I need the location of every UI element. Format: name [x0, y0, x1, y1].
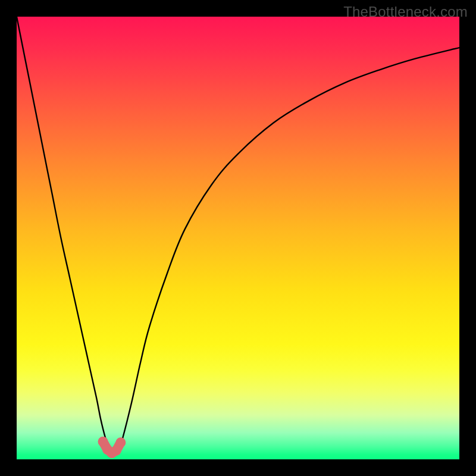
- minimum-markers: [98, 437, 126, 458]
- bottleneck-curve-path: [17, 17, 459, 455]
- chart-frame: TheBottleneck.com: [0, 0, 476, 476]
- minimum-marker-dot: [115, 437, 126, 447]
- watermark-text: TheBottleneck.com: [343, 4, 468, 20]
- plot-area: [17, 17, 459, 459]
- bottleneck-curve-svg: [17, 17, 459, 459]
